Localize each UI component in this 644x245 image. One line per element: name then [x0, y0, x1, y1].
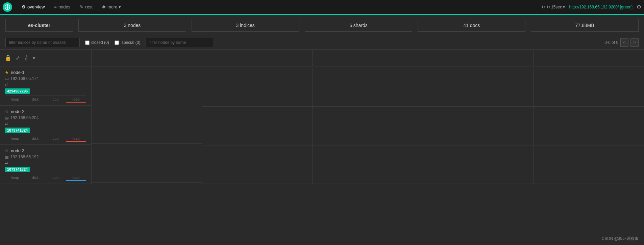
- node3-name-row: ☆ node-3: [5, 148, 86, 153]
- cluster-url[interactable]: http://192.168.65.192:9200/ [green]: [569, 5, 633, 9]
- node1-badge: 4294967296: [5, 88, 30, 94]
- shards-stat[interactable]: 6 shards: [305, 19, 413, 32]
- settings-icon[interactable]: ⚙: [637, 4, 641, 10]
- refresh-selector[interactable]: ↻ ↻ 15sec ▾: [542, 5, 565, 9]
- grid-cell-r3c1: [92, 145, 202, 183]
- main-content: 🔓 ⤢ ↓A Z ▼ ★ node-1 🖴 192.168.65.174 ⇄ 4…: [0, 50, 644, 184]
- node1-name[interactable]: node-1: [11, 70, 24, 75]
- node1-cpu-metric[interactable]: cpu: [46, 96, 66, 103]
- indices-filter-input[interactable]: [5, 38, 80, 47]
- grid-header-col1: [92, 50, 202, 66]
- node2-ip-row: 🖴 192.168.65.204: [5, 115, 86, 120]
- node2-name-row: ☆ node-2: [5, 109, 86, 114]
- node3-heap-metric[interactable]: heap: [5, 174, 25, 181]
- node1-metrics: heap disk cpu load: [5, 96, 86, 103]
- docs-stat[interactable]: 41 docs: [418, 19, 525, 32]
- size-stat[interactable]: 77.88MB: [531, 19, 639, 32]
- grid-cell-r3c3: [313, 145, 423, 184]
- nodes-header: 🔓 ⤢ ↓A Z ▼: [0, 50, 91, 66]
- refresh-icon: ↻: [542, 5, 545, 9]
- stats-bar: es-cluster 3 nodes 3 indices 6 shards 41…: [0, 15, 644, 36]
- logo[interactable]: [3, 2, 12, 12]
- node-row: ☆ node-3 🖴 192.168.65.192 ⇄ 1073741824 h…: [0, 145, 91, 184]
- nav-overview[interactable]: ⚙ overview: [18, 2, 49, 11]
- next-page-button[interactable]: >: [630, 38, 639, 47]
- rest-icon: ✎: [80, 4, 83, 9]
- closed-filter-checkbox[interactable]: [85, 40, 90, 45]
- grid-header-col4: [423, 50, 534, 66]
- grid-cell-r3c2: [202, 145, 313, 184]
- dropdown-arrow-icon[interactable]: ▼: [32, 55, 36, 61]
- grid-cell-r2c2: [202, 107, 313, 145]
- indices-grid: [91, 50, 644, 184]
- nav-overview-label: overview: [27, 4, 45, 9]
- nav-nodes[interactable]: ≡ nodes: [50, 2, 74, 11]
- node3-pid-row: ⇄: [5, 161, 86, 165]
- expand-icon[interactable]: ⤢: [16, 55, 20, 61]
- node2-hdd-icon: 🖴: [5, 116, 8, 120]
- node3-load-metric[interactable]: load: [66, 174, 86, 181]
- lock-icon[interactable]: 🔓: [5, 55, 11, 61]
- grid-cell-r1c5: [534, 68, 644, 107]
- nav-more[interactable]: ✱ more ▾: [98, 2, 125, 11]
- grid-cell-r2c5: [534, 107, 644, 145]
- node-row: ☆ node-2 🖴 192.168.65.204 ⇄ 1073741824 h…: [0, 106, 91, 145]
- node1-ip: 192.168.65.174: [10, 76, 39, 81]
- grid-header-col2: [202, 50, 313, 66]
- grid-cell-r3c5: [534, 145, 644, 184]
- node2-badge: 1073741824: [5, 128, 30, 133]
- nav-more-label: more ▾: [107, 4, 121, 9]
- node1-heap-metric[interactable]: heap: [5, 96, 25, 103]
- node2-heap-metric[interactable]: heap: [5, 135, 25, 142]
- node1-name-row: ★ node-1: [5, 70, 86, 75]
- node3-metrics: heap disk cpu load: [5, 174, 86, 181]
- node1-hdd-icon: 🖴: [5, 77, 8, 81]
- node3-disk-metric[interactable]: disk: [25, 174, 45, 181]
- node3-hdd-icon: 🖴: [5, 155, 8, 159]
- filter-bar: closed (0) .special (3) 0-0 of 0 < >: [0, 36, 644, 50]
- closed-filter-text: closed (0): [91, 40, 109, 45]
- watermark: CSDN @验证码有毒: [601, 236, 639, 242]
- indices-stat[interactable]: 3 indices: [192, 19, 299, 32]
- node2-name[interactable]: node-2: [11, 109, 24, 114]
- cluster-name-stat[interactable]: es-cluster: [5, 19, 73, 32]
- node1-disk-metric[interactable]: disk: [25, 96, 45, 103]
- grid-cell-r2c1: [92, 107, 202, 144]
- nav-rest[interactable]: ✎ rest: [76, 2, 97, 11]
- nodes-stat[interactable]: 3 nodes: [78, 19, 186, 32]
- node2-load-metric[interactable]: load: [66, 135, 86, 142]
- node1-pid-row: ⇄: [5, 82, 86, 87]
- sort-az-icon[interactable]: ↓A Z: [24, 55, 28, 61]
- nav-rest-label: rest: [85, 4, 93, 9]
- top-navigation: ⚙ overview ≡ nodes ✎ rest ✱ more ▾ ↻ ↻ 1…: [0, 0, 644, 15]
- pagination-text: 0-0 of 0: [604, 40, 618, 45]
- prev-page-button[interactable]: <: [620, 38, 628, 47]
- node3-star-icon: ☆: [5, 148, 9, 153]
- special-filter-label[interactable]: .special (3): [115, 40, 141, 45]
- node3-pid-icon: ⇄: [5, 161, 8, 165]
- nodes-filter-input[interactable]: [146, 38, 213, 47]
- node2-pid-row: ⇄: [5, 121, 86, 126]
- grid-cell-r2c4: [423, 107, 534, 145]
- grid-header-col3: [313, 50, 423, 66]
- grid-cell-r3c4: [423, 145, 534, 184]
- node1-load-metric[interactable]: load: [66, 96, 86, 103]
- node1-master-star-icon: ★: [5, 70, 9, 75]
- node2-star-icon: ☆: [5, 109, 9, 114]
- node2-disk-metric[interactable]: disk: [25, 135, 45, 142]
- node3-name[interactable]: node-3: [11, 148, 24, 153]
- node3-ip-row: 🖴 192.168.65.192: [5, 155, 86, 159]
- special-filter-checkbox[interactable]: [115, 40, 119, 45]
- nodes-icon: ≡: [54, 4, 57, 9]
- node2-ip: 192.168.65.204: [10, 115, 39, 120]
- refresh-label: ↻ 15sec ▾: [547, 5, 565, 9]
- grid-cell-r1c2: [202, 68, 313, 107]
- nav-items: ⚙ overview ≡ nodes ✎ rest ✱ more ▾: [18, 2, 542, 11]
- node3-cpu-metric[interactable]: cpu: [46, 174, 66, 181]
- nav-nodes-label: nodes: [58, 4, 70, 9]
- grid-cell-r1c1: [92, 68, 202, 105]
- closed-filter-label[interactable]: closed (0): [85, 40, 109, 45]
- node2-metrics: heap disk cpu load: [5, 135, 86, 142]
- node2-cpu-metric[interactable]: cpu: [46, 135, 66, 142]
- overview-icon: ⚙: [22, 4, 26, 9]
